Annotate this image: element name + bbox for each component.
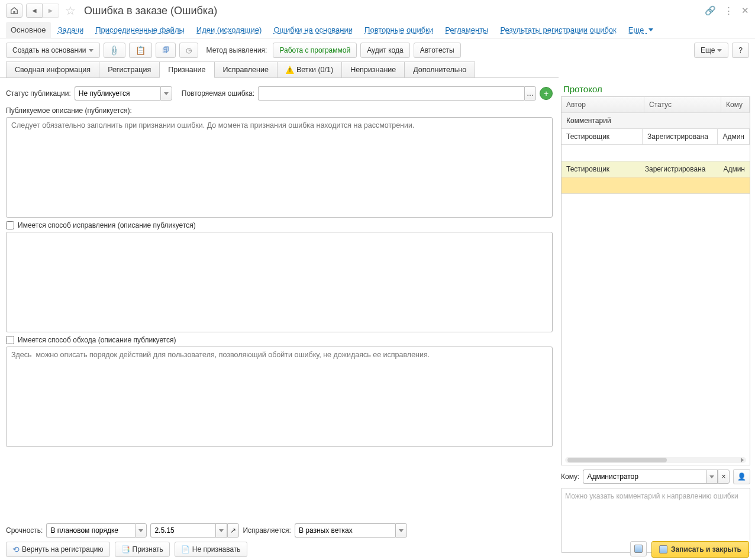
- favorite-icon[interactable]: ☆: [63, 4, 78, 18]
- tab-rejection[interactable]: Непризнание: [341, 61, 405, 78]
- tab-fix[interactable]: Исправление: [214, 61, 278, 78]
- return-reg-button[interactable]: ⟲Вернуть на регистрацию: [6, 542, 110, 557]
- link-icon[interactable]: 🔗: [705, 5, 716, 16]
- nav-errors-based[interactable]: Ошибки на основании: [269, 22, 357, 38]
- attach-button[interactable]: 📎: [104, 43, 125, 58]
- protocol-scrollbar[interactable]: [565, 457, 746, 463]
- col-status[interactable]: Статус: [644, 97, 721, 113]
- pub-status-dropdown[interactable]: [160, 86, 172, 101]
- col-author[interactable]: Автор: [562, 97, 644, 113]
- clipboard-button[interactable]: 📋: [129, 43, 152, 58]
- toolbar-more-button[interactable]: Еще: [694, 43, 728, 58]
- tab-extra[interactable]: Дополнительно: [404, 61, 475, 78]
- nav-more[interactable]: Еще: [624, 22, 658, 38]
- bypass-checkbox[interactable]: [6, 336, 14, 344]
- create-based-button[interactable]: Создать на основании: [6, 43, 100, 58]
- version-open-button[interactable]: ↗: [227, 523, 239, 538]
- save-button[interactable]: [630, 541, 647, 556]
- urgency-label: Срочность:: [6, 526, 43, 535]
- menu-icon[interactable]: ⋮: [724, 5, 733, 16]
- repeat-label: Повторяемая ошибка:: [182, 89, 254, 98]
- warning-icon: [286, 66, 294, 74]
- nav-files[interactable]: Присоединенные файлы: [91, 22, 189, 38]
- fix-method-checkbox[interactable]: [6, 221, 14, 229]
- close-icon[interactable]: ✕: [741, 5, 749, 16]
- tab-registration[interactable]: Регистрация: [99, 61, 160, 78]
- protocol-table[interactable]: Автор Статус Кому Комментарий Тестировщи…: [561, 96, 750, 465]
- pub-status-input[interactable]: [75, 86, 160, 101]
- nav-tasks[interactable]: Задачи: [53, 22, 89, 38]
- help-button[interactable]: ?: [732, 43, 749, 58]
- fix-in-dropdown[interactable]: [395, 523, 407, 538]
- urgency-dropdown[interactable]: [135, 523, 147, 538]
- to-input[interactable]: [583, 470, 706, 484]
- accept-button[interactable]: 📑Признать: [115, 542, 170, 557]
- tab-summary[interactable]: Сводная информация: [6, 61, 99, 78]
- repeat-input[interactable]: [258, 86, 524, 101]
- col-to[interactable]: Кому: [721, 97, 750, 113]
- add-repeat-button[interactable]: +: [540, 87, 553, 100]
- page-title: Ошибка в заказе (Ошибка): [84, 5, 217, 17]
- tab-branches[interactable]: Ветки (0/1): [277, 61, 342, 78]
- save-icon: [659, 545, 667, 553]
- nav-back-button[interactable]: ◄: [26, 4, 43, 18]
- fix-in-input[interactable]: [295, 523, 395, 538]
- to-label: Кому:: [561, 472, 579, 481]
- nav-forward-button[interactable]: ►: [43, 4, 59, 18]
- pub-status-label: Статус публикации:: [6, 89, 71, 98]
- nav-reglaments[interactable]: Регламенты: [440, 22, 493, 38]
- table-row[interactable]: Тестировщик Зарегистрирована Админ: [562, 161, 750, 177]
- nav-repeat-errors[interactable]: Повторные ошибки: [360, 22, 438, 38]
- table-row[interactable]: Тестировщик Зарегистрирована Админ: [562, 129, 750, 145]
- doc-button[interactable]: 🗐: [156, 43, 176, 58]
- urgency-input[interactable]: [46, 523, 135, 538]
- fix-method-label: Имеется способ исправления (описание пуб…: [18, 221, 196, 229]
- clock-button[interactable]: ◷: [179, 43, 198, 58]
- bypass-textarea[interactable]: [6, 347, 553, 447]
- bypass-label: Имеется способ обхода (описание публикуе…: [18, 336, 176, 344]
- detect-label: Метод выявления:: [202, 46, 270, 54]
- to-dropdown[interactable]: [706, 470, 718, 484]
- nav-main[interactable]: Основное: [6, 22, 51, 38]
- comment-subheader: Комментарий: [562, 113, 750, 129]
- fix-in-label: Исправляется:: [243, 526, 291, 535]
- version-dropdown[interactable]: [215, 523, 227, 538]
- pub-desc-label: Публикуемое описание (публикуется):: [6, 106, 553, 115]
- protocol-title: Протокол: [563, 84, 750, 94]
- repeat-select-button[interactable]: …: [524, 86, 536, 101]
- method-audit-button[interactable]: Аудит кода: [360, 43, 409, 58]
- to-clear-button[interactable]: ×: [718, 470, 730, 484]
- nav-ideas[interactable]: Идеи (исходящие): [192, 22, 267, 38]
- method-program-button[interactable]: Работа с программой: [273, 43, 357, 58]
- method-autotest-button[interactable]: Автотесты: [414, 43, 461, 58]
- save-icon: [634, 545, 643, 553]
- nav-results[interactable]: Результаты регистрации ошибок: [495, 22, 621, 38]
- fix-method-textarea[interactable]: [6, 232, 553, 332]
- home-button[interactable]: [6, 4, 22, 18]
- tab-acceptance[interactable]: Признание: [159, 61, 214, 78]
- to-user-button[interactable]: 👤: [733, 469, 750, 484]
- reject-button[interactable]: 📄Не признавать: [175, 542, 247, 557]
- save-close-button[interactable]: Записать и закрыть: [651, 541, 749, 558]
- version-input[interactable]: [150, 523, 215, 538]
- pub-desc-textarea[interactable]: [6, 117, 553, 218]
